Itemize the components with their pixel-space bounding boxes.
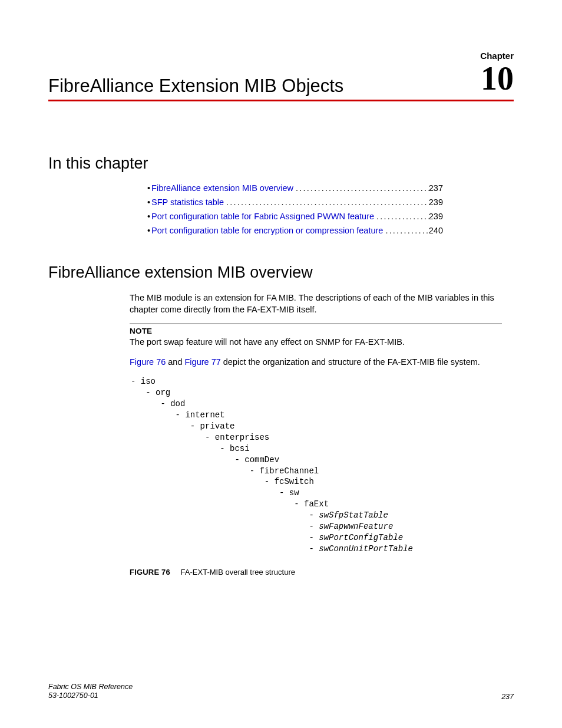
toc-link[interactable]: Port configuration table for Fabric Assi… xyxy=(151,212,374,221)
toc-page: 239 xyxy=(429,212,443,221)
tree-node: - sw xyxy=(131,488,299,498)
toc-link[interactable]: Port configuration table for encryption … xyxy=(151,226,383,235)
tree-node: - faExt xyxy=(131,499,329,509)
toc-page: 239 xyxy=(429,197,443,207)
toc-item: • Port configuration table for Fabric As… xyxy=(147,212,443,221)
tree-node: - enterprises xyxy=(131,433,269,442)
figure-xref[interactable]: Figure 76 xyxy=(130,357,166,367)
note-label: NOTE xyxy=(130,326,502,337)
figure-caption-label: FIGURE 76 xyxy=(130,568,170,577)
note-text: The port swap feature will not have any … xyxy=(130,337,502,348)
tree-leaf: swConnUnitPortTable xyxy=(319,544,413,554)
note-rule xyxy=(130,324,502,324)
toc-leader-dots xyxy=(383,226,428,235)
tree-leaf: swPortConfigTable xyxy=(319,533,403,542)
toc-list: • FibreAlliance extension MIB overview 2… xyxy=(147,183,443,235)
text: and xyxy=(166,357,184,367)
chapter-header: FibreAlliance Extension MIB Objects Chap… xyxy=(48,51,514,101)
toc-leader-dots xyxy=(374,212,429,221)
figure-caption: FIGURE 76 FA-EXT-MIB overall tree struct… xyxy=(130,568,514,577)
tree-node: - internet xyxy=(131,410,225,420)
tree-node-prefix: - xyxy=(131,522,319,531)
bullet-icon: • xyxy=(147,183,150,193)
footer-doc-number: 53-1002750-01 xyxy=(48,691,133,701)
chapter-title: FibreAlliance Extension MIB Objects xyxy=(48,77,343,95)
tree-node-prefix: - xyxy=(131,533,319,542)
tree-node: - bcsi xyxy=(131,444,250,453)
toc-page: 240 xyxy=(429,226,443,235)
bullet-icon: • xyxy=(147,197,150,207)
toc-item: • FibreAlliance extension MIB overview 2… xyxy=(147,183,443,193)
footer-doc-info: Fabric OS MIB Reference 53-1002750-01 xyxy=(48,683,133,701)
footer-doc-title: Fabric OS MIB Reference xyxy=(48,683,133,692)
tree-node: - iso xyxy=(131,377,156,386)
figure-caption-text: FA-EXT-MIB overall tree structure xyxy=(181,568,295,577)
text: depict the organization and structure of… xyxy=(221,357,480,367)
toc-leader-dots xyxy=(224,197,429,207)
tree-node: - fcSwitch xyxy=(131,477,314,486)
overview-paragraph: The MIB module is an extension for FA MI… xyxy=(130,292,502,315)
tree-node: - fibreChannel xyxy=(131,466,319,476)
tree-node: - dod xyxy=(131,399,185,409)
page-footer: Fabric OS MIB Reference 53-1002750-01 23… xyxy=(48,683,514,701)
body-content: The MIB module is an extension for FA MI… xyxy=(130,292,502,368)
tree-node-prefix: - xyxy=(131,544,319,554)
toc-leader-dots xyxy=(293,183,429,193)
toc-item: • Port configuration table for encryptio… xyxy=(147,226,443,235)
chapter-number-block: Chapter 10 xyxy=(480,51,514,95)
bullet-icon: • xyxy=(147,212,150,221)
figure-xref[interactable]: Figure 77 xyxy=(185,357,221,367)
toc-item: • SFP statistics table 239 xyxy=(147,197,443,207)
toc-link[interactable]: SFP statistics table xyxy=(151,197,224,207)
footer-page-number: 237 xyxy=(501,693,514,701)
bullet-icon: • xyxy=(147,226,150,235)
toc-page: 237 xyxy=(429,183,443,193)
toc-link[interactable]: FibreAlliance extension MIB overview xyxy=(151,183,293,193)
tree-node: - org xyxy=(131,388,170,397)
tree-node: - commDev xyxy=(131,455,279,465)
tree-node: - private xyxy=(131,421,234,431)
chapter-label: Chapter xyxy=(480,51,514,61)
tree-leaf: swFapwwnFeature xyxy=(319,522,393,531)
tree-leaf: swSfpStatTable xyxy=(319,510,388,520)
tree-node-prefix: - xyxy=(131,510,319,520)
chapter-number: 10 xyxy=(480,62,514,95)
section-heading-overview: FibreAlliance extension MIB overview xyxy=(48,263,514,282)
mib-tree-structure: - iso - org - dod - internet - private -… xyxy=(131,376,514,554)
section-heading-in-this-chapter: In this chapter xyxy=(48,154,514,173)
figure-reference-paragraph: Figure 76 and Figure 77 depict the organ… xyxy=(130,357,502,368)
